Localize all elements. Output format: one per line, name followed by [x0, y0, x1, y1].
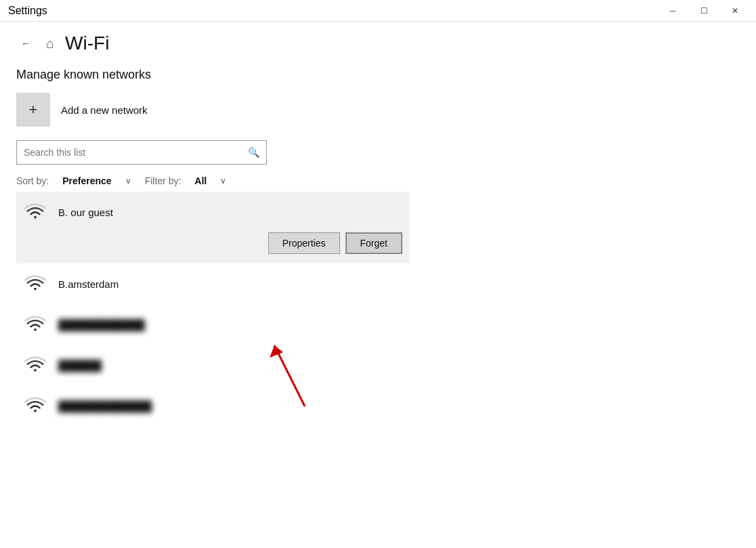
search-box[interactable]: 🔍	[16, 140, 267, 165]
network-name-blurred-2: ██████	[58, 360, 102, 371]
network-name-blurred-3: █████████████	[58, 400, 152, 412]
title-bar-title: Settings	[8, 5, 47, 17]
network-list: B. our guest Properties Forget B.amsterd…	[16, 192, 409, 426]
filter-value: All	[194, 175, 207, 186]
close-button[interactable]: ✕	[719, 0, 751, 22]
maximize-button[interactable]: ☐	[688, 0, 719, 22]
network-item-b-our-guest[interactable]: B. our guest	[16, 192, 409, 232]
content-area: ← ⌂ Wi-Fi Manage known networks + Add a …	[0, 22, 756, 548]
wifi-icon-b-our-guest	[23, 200, 47, 224]
wifi-icon-blurred-3	[23, 394, 47, 418]
home-icon: ⌂	[46, 36, 54, 51]
filter-chevron[interactable]: ∨	[220, 176, 226, 186]
network-name-b-amsterdam: B.amsterdam	[58, 278, 119, 290]
title-bar-left: Settings	[8, 5, 47, 17]
search-icon: 🔍	[248, 147, 259, 158]
network-item-blurred-1[interactable]: ████████████	[16, 304, 409, 345]
network-name-b-our-guest: B. our guest	[58, 207, 113, 218]
sort-value: Preference	[62, 175, 111, 186]
title-bar-controls: ─ ☐ ✕	[657, 0, 751, 22]
sort-chevron[interactable]: ∨	[125, 176, 131, 186]
search-input[interactable]	[24, 147, 248, 158]
forget-button[interactable]: Forget	[345, 232, 402, 254]
network-item-blurred-3[interactable]: █████████████	[16, 385, 409, 426]
wifi-icon-blurred-1	[23, 312, 47, 337]
wifi-icon-b-amsterdam	[23, 272, 47, 296]
network-item-b-amsterdam[interactable]: B.amsterdam	[16, 264, 409, 304]
sort-label: Sort by:	[16, 175, 49, 186]
filter-label: Filter by:	[145, 175, 182, 186]
network-actions-b-our-guest: Properties Forget	[16, 232, 409, 264]
page-title: Wi-Fi	[65, 33, 109, 54]
network-item-blurred-2[interactable]: ██████	[16, 345, 409, 385]
add-network-icon: +	[16, 93, 50, 127]
section-heading: Manage known networks	[16, 68, 740, 82]
minimize-button[interactable]: ─	[657, 0, 688, 22]
properties-button[interactable]: Properties	[268, 232, 340, 254]
title-bar: Settings ─ ☐ ✕	[0, 0, 756, 22]
network-name-blurred-1: ████████████	[58, 319, 145, 331]
nav-row: ← ⌂ Wi-Fi	[16, 33, 740, 54]
back-button[interactable]: ←	[16, 34, 35, 53]
wifi-icon-blurred-2	[23, 353, 47, 377]
add-network-label: Add a new network	[61, 104, 148, 116]
sort-filter-row: Sort by: Preference ∨ Filter by: All ∨	[16, 175, 740, 186]
add-network-button[interactable]: + Add a new network	[16, 93, 740, 127]
